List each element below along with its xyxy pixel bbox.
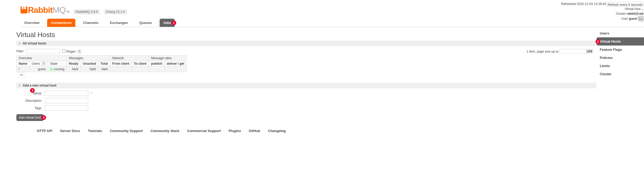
sidebar-item-policies[interactable]: Policies [597, 54, 644, 62]
cell-total: NaN [98, 67, 110, 72]
col-deliver-get[interactable]: deliver / get [165, 61, 187, 67]
collapse-icon: ▼ [18, 42, 21, 45]
col-group-rates: Message rates [149, 55, 186, 61]
footer-link[interactable]: GitHub [249, 129, 260, 133]
version-erlang: Erlang 23.1.4 [104, 9, 127, 14]
section-all-vhosts-label: All virtual hosts [23, 42, 46, 45]
main-tabs: Overview Connections Channels Exchanges … [21, 19, 644, 27]
footer-link[interactable]: Plugins [229, 129, 241, 133]
status-block: Refreshed 2020-12-04 14:28:43 Refresh ev… [561, 2, 644, 21]
step-badge-2: 2 [596, 39, 600, 44]
footer-link[interactable]: Commercial Support [187, 129, 221, 133]
col-ready[interactable]: Ready [67, 61, 81, 67]
vhost-select[interactable] [641, 9, 643, 10]
label-description: Description: [17, 97, 43, 104]
state-running-icon [50, 68, 53, 71]
table-row[interactable]: / guest running NaN NaN NaN [17, 67, 187, 72]
tab-overview[interactable]: Overview [21, 19, 43, 27]
footer-link[interactable]: HTTP API [37, 129, 52, 133]
col-unacked[interactable]: Unacked [81, 61, 98, 67]
footer-link[interactable]: Server Docs [60, 129, 80, 133]
tab-exchanges[interactable]: Exchanges [106, 19, 132, 27]
section-all-vhosts[interactable]: ▼All virtual hosts [16, 41, 597, 46]
user-name: guest [629, 17, 637, 21]
refreshed-time: 2020-12-04 14:28:43 [577, 2, 606, 6]
footer-link[interactable]: Changelog [268, 129, 286, 133]
users-help-icon[interactable]: ? [42, 62, 46, 65]
col-name[interactable]: Name [17, 61, 30, 67]
step-badge-1: 1 [171, 21, 176, 25]
footer-link[interactable]: Community Support [110, 129, 143, 133]
col-from-client[interactable]: From client [110, 61, 132, 67]
tab-connections[interactable]: Connections [47, 19, 75, 27]
col-group-messages: Messages [67, 55, 110, 61]
logo-text-mq: MQ [53, 5, 66, 15]
pager: 1 item, page size up to [527, 49, 597, 54]
col-users: Users ? [30, 61, 48, 67]
add-vhost-button[interactable]: Add virtual host [16, 114, 43, 121]
sidebar-item-feature-flags[interactable]: Feature Flags [597, 46, 644, 54]
cell-deliver-get [165, 67, 187, 72]
cluster-label: Cluster [616, 12, 627, 16]
collapse-icon: ▼ [18, 84, 21, 87]
refreshed-label: Refreshed [561, 2, 577, 6]
sidebar-item-cluster[interactable]: Cluster [597, 70, 644, 78]
footer-link[interactable]: Tutorials [88, 129, 102, 133]
vhosts-table: Overview Messages Network Message rates … [16, 55, 187, 72]
header: RabbitMQTM RabbitMQ 3.8.9 Erlang 23.1.4 [0, 0, 644, 15]
sidebar-item-users[interactable]: Users [597, 29, 644, 37]
version-rabbitmq: RabbitMQ 3.8.9 [73, 9, 100, 14]
section-add-vhost[interactable]: ▼Add a new virtual host [16, 83, 597, 88]
add-vhost-form: Name: * Description: Tags: [16, 89, 94, 112]
page-title: Virtual Hosts [16, 31, 597, 39]
tab-channels[interactable]: Channels [79, 19, 102, 27]
filter-row: Filter: Regex ? 1 item, page size up to [16, 47, 597, 55]
required-mark: * [91, 92, 92, 95]
vhost-label: Virtual host [625, 7, 641, 11]
cluster-name: rabbit@rab [627, 12, 643, 16]
tab-queues[interactable]: Queues [136, 19, 156, 27]
logo-tm: TM [66, 11, 69, 13]
section-add-vhost-label: Add a new virtual host [23, 84, 56, 87]
step-badge-4: 4 [41, 115, 46, 120]
logout-button[interactable]: Lo [638, 16, 643, 21]
sidebar-item-virtual-hosts[interactable]: Virtual Hosts [597, 37, 644, 46]
col-group-network: Network [110, 55, 149, 61]
col-to-client[interactable]: To client [131, 61, 149, 67]
cell-unacked: NaN [81, 67, 98, 72]
col-group-overview: Overview [17, 55, 67, 61]
cell-from-client [110, 67, 132, 72]
label-tags: Tags: [17, 105, 43, 112]
regex-checkbox[interactable] [62, 49, 66, 53]
cell-to-client [131, 67, 149, 72]
pager-text: 1 item, page size up to [527, 50, 558, 53]
col-state: State [48, 61, 67, 67]
cell-ready: NaN [67, 67, 81, 72]
name-input[interactable] [45, 91, 88, 96]
admin-sidebar: Users Virtual Hosts Feature Flags Polici… [597, 27, 644, 136]
footer-links: HTTP API Server Docs Tutorials Community… [37, 126, 597, 136]
cell-state: running [48, 67, 67, 72]
regex-label: Regex [66, 50, 76, 53]
rabbitmq-icon [21, 7, 27, 13]
regex-help-icon[interactable]: ? [77, 50, 81, 53]
col-total[interactable]: Total [98, 61, 110, 67]
logo-text-rabbit: Rabbit [28, 5, 53, 15]
cell-name[interactable]: / [17, 67, 30, 72]
filter-input[interactable] [26, 49, 60, 54]
sidebar-item-limits[interactable]: Limits [597, 62, 644, 70]
footer-link[interactable]: Community Slack [151, 129, 179, 133]
cell-publish [149, 67, 165, 72]
description-input[interactable] [45, 98, 88, 103]
tags-input[interactable] [45, 105, 88, 111]
page-size-input[interactable] [559, 49, 593, 54]
cell-users: guest [30, 67, 48, 72]
logo[interactable]: RabbitMQTM [21, 5, 70, 15]
columns-toggle[interactable]: +/- [18, 72, 25, 78]
col-publish[interactable]: publish [149, 61, 165, 67]
refresh-interval-select[interactable]: Refresh every 5 seconds [607, 2, 643, 7]
main-content: Virtual Hosts ▼All virtual hosts Filter:… [0, 27, 597, 136]
user-label: User [621, 17, 629, 21]
filter-label: Filter: [16, 49, 24, 53]
step-badge-3: 3 [30, 88, 35, 93]
